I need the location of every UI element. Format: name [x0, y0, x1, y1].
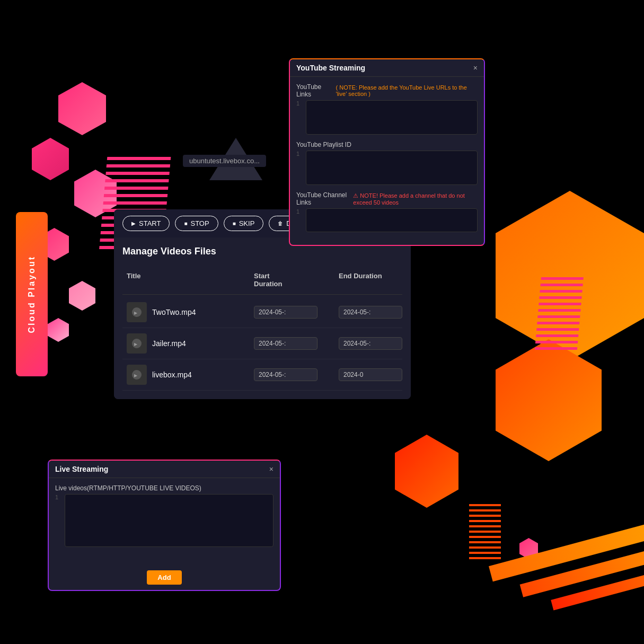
- end-input-1[interactable]: [339, 306, 402, 319]
- svg-text:▶: ▶: [134, 373, 138, 378]
- start-duration-2: [250, 337, 334, 350]
- skip-icon: ■: [233, 220, 236, 226]
- yt-links-field: YouTube Links ( NOTE: Please add the You…: [296, 83, 478, 135]
- line-num-2: 1: [296, 151, 299, 185]
- yt-links-note: ( NOTE: Please add the YouTube Live URLs…: [336, 84, 478, 97]
- live-dialog-footer: Add: [49, 560, 280, 590]
- stop-label: STOP: [190, 219, 209, 227]
- yt-channel-label: YouTube Channel Links ⚠ NOTE! Please add…: [296, 191, 478, 206]
- start-duration-3: [250, 368, 334, 381]
- table-header: Title StartDuration End Duration Subt: [122, 266, 402, 295]
- play-icon: ▶: [131, 220, 136, 226]
- end-input-2[interactable]: [339, 337, 402, 350]
- live-videos-textarea[interactable]: [65, 494, 274, 547]
- table-row: ▶ Jailer.mp4: [122, 328, 402, 359]
- video-thumb-1: ▶: [127, 302, 147, 322]
- live-dialog-header: Live Streaming ×: [49, 461, 280, 478]
- svg-text:▶: ▶: [134, 311, 138, 315]
- yt-playlist-textarea[interactable]: [306, 151, 478, 185]
- start-button[interactable]: ▶ START: [122, 216, 170, 231]
- skip-button[interactable]: ■ SKIP: [224, 216, 264, 231]
- stop-button[interactable]: ■ STOP: [175, 216, 218, 231]
- yt-dialog-title: YouTube Streaming: [296, 64, 365, 72]
- yt-channel-note: ⚠ NOTE! Please add a channel that do not…: [353, 192, 478, 206]
- video-thumb-3: ▶: [127, 365, 147, 385]
- line-num-3: 1: [296, 208, 299, 232]
- row-title-2: ▶ Jailer.mp4: [122, 333, 250, 354]
- table-section: Manage Videos Files Title StartDuration …: [114, 237, 411, 399]
- cloud-playout-label: Cloud Playout: [27, 255, 37, 333]
- live-videos-label: Live videos(RTMP/HTTP/YOUTUBE LIVE VIDEO…: [55, 484, 274, 492]
- live-dialog-title: Live Streaming: [55, 465, 108, 473]
- svg-text:▶: ▶: [134, 342, 138, 347]
- col-end: End Duration: [334, 270, 411, 290]
- cloud-playout-banner: Cloud Playout: [16, 212, 48, 376]
- yt-channel-input-row: 1: [296, 208, 478, 232]
- start-duration-1: [250, 306, 334, 319]
- live-input-row: 1: [55, 494, 274, 547]
- start-label: START: [139, 219, 161, 227]
- video-name-1: TwoTwo.mp4: [152, 308, 196, 316]
- yt-playlist-input-row: 1: [296, 151, 478, 185]
- yt-playlist-field: YouTube Playlist ID 1: [296, 141, 478, 185]
- line-num-1: 1: [296, 100, 299, 135]
- col-title: Title: [122, 270, 250, 290]
- row-title-1: ▶ TwoTwo.mp4: [122, 302, 250, 322]
- live-videos-field: Live videos(RTMP/HTTP/YOUTUBE LIVE VIDEO…: [55, 484, 274, 547]
- start-input-2[interactable]: [254, 337, 317, 350]
- yt-links-textarea[interactable]: [306, 100, 478, 135]
- yt-dialog-body: YouTube Links ( NOTE: Please add the You…: [290, 77, 484, 245]
- table-row: ▶ livebox.mp4: [122, 359, 402, 391]
- skip-label: SKIP: [239, 219, 255, 227]
- yt-playlist-label: YouTube Playlist ID: [296, 141, 478, 148]
- youtube-streaming-dialog: YouTube Streaming × YouTube Links ( NOTE…: [289, 58, 485, 246]
- yt-dialog-close[interactable]: ×: [473, 64, 478, 72]
- end-duration-2: [334, 337, 411, 350]
- stop-icon: ■: [184, 220, 187, 226]
- live-streaming-dialog: Live Streaming × Live videos(RTMP/HTTP/Y…: [48, 460, 281, 591]
- yt-channel-field: YouTube Channel Links ⚠ NOTE! Please add…: [296, 191, 478, 232]
- start-input-1[interactable]: [254, 306, 317, 319]
- section-title: Manage Videos Files: [122, 246, 402, 257]
- live-line-num: 1: [55, 494, 58, 547]
- col-start: StartDuration: [250, 270, 334, 290]
- yt-links-label: YouTube Links ( NOTE: Please add the You…: [296, 83, 478, 98]
- row-title-3: ▶ livebox.mp4: [122, 365, 250, 385]
- start-input-3[interactable]: [254, 368, 317, 381]
- end-input-3[interactable]: [339, 368, 402, 381]
- url-bar: ubuntutest.livebox.co...: [183, 155, 266, 167]
- add-button[interactable]: Add: [147, 570, 181, 585]
- trash-icon: 🗑: [278, 220, 283, 226]
- end-duration-1: [334, 306, 411, 319]
- video-name-3: livebox.mp4: [152, 370, 192, 379]
- end-duration-3: [334, 368, 411, 381]
- yt-channel-textarea[interactable]: [306, 208, 478, 232]
- live-dialog-body: Live videos(RTMP/HTTP/YOUTUBE LIVE VIDEO…: [49, 478, 280, 560]
- video-thumb-2: ▶: [127, 333, 147, 354]
- live-dialog-close[interactable]: ×: [269, 465, 274, 473]
- yt-links-input-row: 1: [296, 100, 478, 135]
- yt-dialog-header: YouTube Streaming ×: [290, 59, 484, 77]
- table-row: ▶ TwoTwo.mp4: [122, 297, 402, 328]
- video-name-2: Jailer.mp4: [152, 339, 186, 348]
